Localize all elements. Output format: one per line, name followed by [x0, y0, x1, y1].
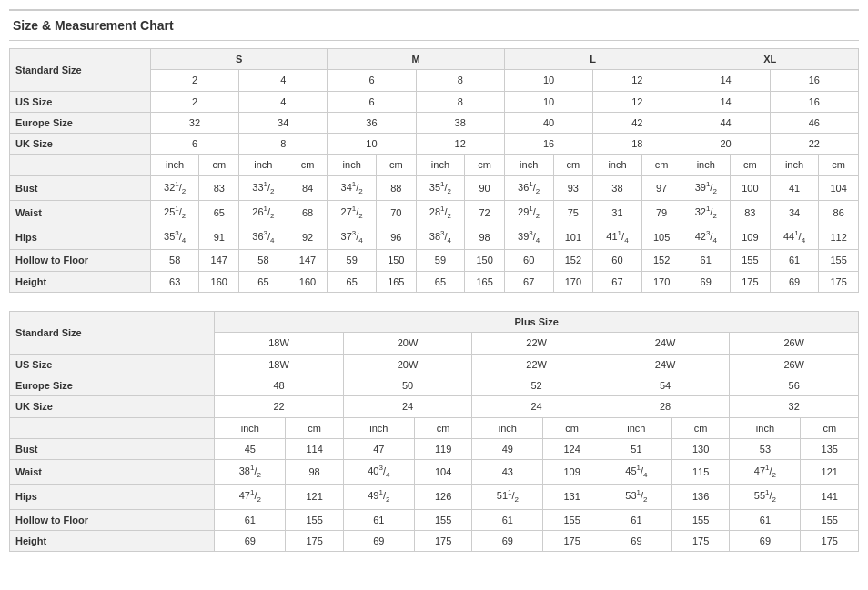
size-s-header: S: [150, 49, 328, 70]
p-26w: 26W: [730, 333, 859, 354]
uk-size-label: UK Size: [10, 134, 151, 155]
height-63-cm: 160: [199, 271, 239, 292]
hollow-60a-cm: 152: [553, 250, 593, 271]
t1-us-12: 12: [593, 91, 681, 112]
t1-uk-22: 22: [770, 134, 858, 155]
height-65c-cm: 165: [465, 271, 505, 292]
p-unit-c1: cm: [286, 417, 343, 438]
hips-41.25-inch: 411/4: [593, 225, 642, 250]
unit-cm-1: cm: [199, 155, 239, 175]
p-24w: 24W: [601, 333, 730, 354]
hips-39.75-cm: 101: [553, 225, 593, 250]
p-22w: 22W: [472, 333, 601, 354]
p-height-175e: 175: [801, 530, 859, 551]
t1-us-6: 6: [328, 91, 416, 112]
bust-36.5-cm: 93: [553, 175, 593, 200]
waist-label: Waist: [10, 201, 151, 225]
p-hollow-155d: 155: [671, 509, 729, 530]
page-title: Size & Measurement Chart: [9, 9, 859, 41]
p-uk-28: 28: [601, 396, 730, 417]
p-eu-label: Europe Size: [10, 375, 215, 395]
bust-38-cm: 97: [641, 175, 681, 200]
p-height-69a: 69: [215, 530, 286, 551]
hips-42.75-cm: 109: [731, 225, 771, 250]
waist-32.5-inch: 321/2: [681, 201, 731, 225]
height-65b-cm: 165: [377, 271, 417, 292]
t1-eu-38: 38: [416, 112, 504, 133]
p-hips-136: 136: [671, 485, 729, 509]
bust-38-inch: 38: [593, 175, 642, 200]
t1-uk-6: 6: [150, 134, 238, 155]
hollow-61b-inch: 61: [770, 250, 819, 271]
p-hollow-155e: 155: [801, 509, 859, 530]
p-hollow-155c: 155: [543, 509, 601, 530]
unit-inch-1: inch: [150, 155, 199, 175]
unit-cm-3: cm: [377, 155, 417, 175]
p-hollow-61a: 61: [215, 509, 286, 530]
p-bust-49: 49: [472, 438, 543, 459]
us-size-12: 12: [593, 70, 681, 91]
hips-36.75-inch: 363/4: [239, 225, 288, 250]
waist-26.5-cm: 68: [288, 201, 328, 225]
t1-us-2: 2: [150, 91, 238, 112]
hollow-58b-inch: 58: [239, 250, 288, 271]
t1-eu-44: 44: [681, 112, 770, 133]
p-waist-47.5: 471/2: [730, 460, 801, 485]
us-size-8: 8: [416, 70, 504, 91]
p-bust-label: Bust: [10, 438, 215, 459]
bust-34.5-cm: 88: [377, 175, 417, 200]
std-size-header-plus: Standard Size: [10, 312, 215, 355]
p-unit-c5: cm: [801, 417, 859, 438]
p-waist-109: 109: [543, 460, 601, 485]
unit-cm-2: cm: [288, 155, 328, 175]
waist-28.5-inch: 281/2: [416, 201, 465, 225]
bust-39.5-cm: 100: [731, 175, 771, 200]
hips-39.75-inch: 393/4: [504, 225, 553, 250]
hollow-61b-cm: 155: [819, 250, 859, 271]
t1-eu-36: 36: [328, 112, 416, 133]
p-waist-104: 104: [414, 460, 471, 485]
waist-31-cm: 79: [641, 201, 681, 225]
p-hips-53.5: 531/2: [601, 485, 671, 509]
p-height-175a: 175: [286, 530, 343, 551]
p-waist-label: Waist: [10, 460, 215, 485]
p-waist-38.5: 381/2: [215, 460, 286, 485]
waist-34-cm: 86: [819, 201, 859, 225]
p-unit-i3: inch: [472, 417, 543, 438]
unit-cm-8: cm: [819, 155, 859, 175]
p-waist-98: 98: [286, 460, 343, 485]
p-eu-56: 56: [730, 375, 859, 395]
t1-us-8: 8: [416, 91, 504, 112]
p-bust-51: 51: [601, 438, 671, 459]
p-hollow-155b: 155: [414, 509, 471, 530]
p-uk-24a: 24: [343, 396, 472, 417]
unit-cm-6: cm: [641, 155, 681, 175]
p-uk-22: 22: [215, 396, 344, 417]
t1-eu-32: 32: [150, 112, 238, 133]
waist-28.5-cm: 72: [465, 201, 505, 225]
bust-34.5-inch: 341/2: [328, 175, 377, 200]
height-65a-inch: 65: [239, 271, 288, 292]
hollow-59a-inch: 59: [328, 250, 377, 271]
bust-35.5-cm: 90: [465, 175, 505, 200]
waist-29.5-inch: 291/2: [504, 201, 553, 225]
height-69a-cm: 175: [731, 271, 771, 292]
p-bust-47: 47: [343, 438, 414, 459]
plus-size-label: Plus Size: [215, 312, 859, 333]
p-hollow-155a: 155: [286, 509, 343, 530]
p-uk-32: 32: [730, 396, 859, 417]
hollow-58b-cm: 147: [288, 250, 328, 271]
hips-label: Hips: [10, 225, 151, 250]
p-unit-i4: inch: [601, 417, 671, 438]
us-size-2: 2: [150, 70, 238, 91]
p-hollow-61b: 61: [343, 509, 414, 530]
unit-inch-7: inch: [681, 155, 731, 175]
standard-size-table: Standard Size S M L XL 2 4 6 8 10 12 14 …: [9, 48, 859, 293]
p-hips-126: 126: [414, 485, 471, 509]
unit-inch-4: inch: [416, 155, 465, 175]
bust-32.5-inch: 321/2: [150, 175, 199, 200]
us-size-14: 14: [681, 70, 770, 91]
p-bust-45: 45: [215, 438, 286, 459]
height-67b-inch: 67: [593, 271, 642, 292]
unit-cm-4: cm: [465, 155, 505, 175]
